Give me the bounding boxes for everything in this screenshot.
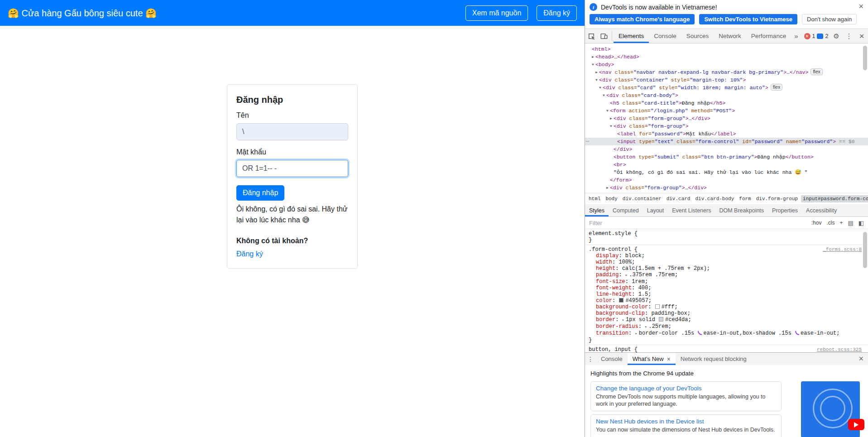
collapse-arrow-icon[interactable]: ▼ [598,84,603,91]
tab-computed[interactable]: Computed [609,204,643,216]
css-declaration[interactable]: display: block; [589,253,862,259]
expand-shorthand-icon[interactable]: ▸ [625,273,628,278]
breadcrumb-item-input-password[interactable]: input#password.form-control [801,195,868,202]
bezier-editor-icon[interactable] [795,331,799,335]
tab-performance[interactable]: Performance [746,29,791,43]
stylesheet-link[interactable]: _forms.scss:8 [823,246,862,253]
switch-devtools-vietnamese-button[interactable]: Switch DevTools to Vietnamese [699,14,797,24]
dom-tree-line[interactable]: <h5 class="card-title">Đăng nhập</h5> [585,99,868,107]
toggle-element-state-button[interactable]: :hov [811,220,822,226]
drawer-menu-icon[interactable]: ⋮ [585,353,596,365]
css-declaration[interactable]: font-weight: 400; [589,285,862,291]
css-selector[interactable]: button, input [589,346,631,352]
drawer-tab-network-blocking[interactable]: Network request blocking [676,353,752,365]
more-tabs-icon[interactable]: » [791,29,801,43]
css-declaration[interactable]: color: #495057; [589,298,862,304]
collapse-arrow-icon[interactable]: ▼ [590,61,595,68]
dom-tree-line[interactable]: </form> [585,176,868,184]
breadcrumb-item-body[interactable]: body [604,195,619,202]
breadcrumb-item-card-body[interactable]: div.card-body [693,195,736,202]
dom-tree-line[interactable]: ▶<div class="form-group">…</div> [585,115,868,122]
login-submit-button[interactable]: Đăng nhập [236,185,284,201]
new-style-rule-button[interactable]: + [839,220,843,226]
collapse-arrow-icon[interactable]: ▼ [601,91,606,99]
stylesheet-link[interactable]: reboot.scss:325 [817,346,862,352]
collapse-arrow-icon[interactable]: ▼ [605,107,610,115]
tab-console[interactable]: Console [649,29,681,43]
color-swatch[interactable] [659,317,663,322]
expand-arrow-icon[interactable]: ▶ [590,53,595,61]
css-selector[interactable]: element.style [589,231,631,237]
whats-new-link-nest-hub[interactable]: New Nest Hub devices in the Device list [596,418,776,425]
tab-event-listeners[interactable]: Event Listeners [668,204,715,216]
whats-new-link-language[interactable]: Change the language of your DevTools [596,385,776,392]
bezier-editor-icon[interactable] [698,331,702,335]
navbar-brand[interactable]: 🤗 Cửa hàng Gấu bông siêu cute 🤗 [8,8,157,19]
tab-properties[interactable]: Properties [768,204,802,216]
expand-arrow-icon[interactable]: ▶ [594,68,599,76]
expand-shorthand-icon[interactable]: ▸ [622,318,624,322]
css-declaration[interactable]: transition: ▸border-color .15s ease-in-o… [589,330,862,337]
element-classes-button[interactable]: .cls [826,220,834,226]
dont-show-again-button[interactable]: Don't show again [802,14,857,24]
device-toolbar-icon[interactable] [598,29,610,43]
dom-tree-line[interactable]: ▼<div class="card" style="width: 18rem; … [585,84,868,91]
expand-shorthand-icon[interactable]: ▸ [635,331,637,336]
settings-gear-icon[interactable]: ⚙ [830,32,843,40]
flex-badge[interactable]: flex [771,84,782,91]
dom-tree-line[interactable]: <label for="password">Mật khẩu</label> [585,130,868,138]
breadcrumb-item-form-group[interactable]: div.form-group [754,195,800,202]
drawer-tab-whats-new[interactable]: What's New × [628,353,676,365]
expand-shorthand-icon[interactable]: ▸ [645,325,647,329]
breadcrumb-item-card[interactable]: div.card [665,195,692,202]
tab-accessibility[interactable]: Accessibility [802,204,841,216]
css-declaration[interactable]: padding: ▸.375rem .75rem; [589,272,862,279]
css-declaration[interactable]: border-radius: ▸.25rem; [589,323,862,330]
computed-sidebar-icon[interactable]: ◧ [858,220,864,226]
color-swatch[interactable] [655,304,660,309]
inspect-element-icon[interactable] [585,29,598,43]
css-declaration[interactable]: background-clip: padding-box; [589,310,862,317]
breadcrumb-item-form[interactable]: form [737,195,753,202]
close-drawer-icon[interactable]: × [854,353,868,365]
match-chrome-language-button[interactable]: Always match Chrome's language [590,14,695,24]
css-declaration[interactable]: border: ▸1px solid #ced4da; [589,317,862,323]
video-thumbnail[interactable] [801,381,860,437]
breadcrumb-item-html[interactable]: html [587,195,602,202]
dom-tree-line[interactable]: "Ôi không, có gì đó sai sai. Hãy thử lại… [585,168,868,176]
play-button-icon[interactable] [848,419,864,430]
error-badge-icon[interactable]: ✕ [804,33,810,39]
css-declaration[interactable]: width: 100%; [589,259,862,265]
css-declaration[interactable]: background-color: #fff; [589,304,862,310]
css-selector[interactable]: .form-control [589,246,631,253]
password-input[interactable] [236,160,348,177]
dom-tree-line[interactable]: ▼<div class="form-group"> [585,122,868,130]
close-tab-icon[interactable]: × [667,355,671,363]
tab-elements[interactable]: Elements [614,29,649,43]
collapse-arrow-icon[interactable]: ▼ [609,122,614,130]
grid-icon[interactable]: ▤ [848,220,853,226]
dom-tree-line[interactable]: ▶<head>…</head> [585,53,868,61]
dom-tree-line[interactable]: ▶<nav class="navbar navbar-expand-lg nav… [585,68,868,76]
styles-filter-input[interactable] [589,220,811,226]
dom-tree-line[interactable]: <button type="submit" class="btn btn-pri… [585,153,868,161]
dom-tree-line-selected[interactable]: ⋯<input type="text" class="form-control"… [585,138,868,145]
drawer-tab-console[interactable]: Console [596,353,628,365]
issues-badge-icon[interactable] [817,34,823,39]
tab-dom-breakpoints[interactable]: DOM Breakpoints [715,204,768,216]
dom-tree-line[interactable]: ▼<div class="container" style="margin-to… [585,76,868,84]
css-declaration[interactable]: height: calc(1.5em + .75rem + 2px); [589,265,862,272]
collapse-arrow-icon[interactable]: ▼ [594,76,599,84]
infobar-close-icon[interactable]: × [858,2,863,10]
register-link[interactable]: Đăng ký [236,250,263,258]
dom-tree-line[interactable]: </div> [585,145,868,153]
error-count[interactable]: 1 [812,33,815,39]
tab-network[interactable]: Network [714,29,746,43]
kebab-menu-icon[interactable]: ⋮ [843,32,855,40]
expand-arrow-icon[interactable]: ▶ [605,184,610,192]
tab-layout[interactable]: Layout [643,204,668,216]
username-input[interactable] [236,123,348,140]
tab-styles[interactable]: Styles [585,204,609,216]
tab-sources[interactable]: Sources [681,29,714,43]
dom-tree-line[interactable]: ▶<div class="form-group">…</div> [585,184,868,192]
